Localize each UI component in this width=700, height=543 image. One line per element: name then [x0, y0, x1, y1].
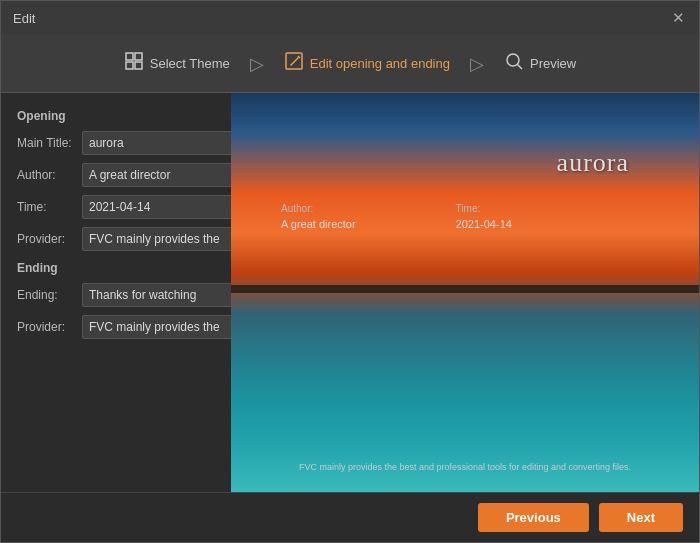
preview-author-val: A great director	[281, 218, 356, 230]
ending-input[interactable]	[82, 283, 231, 307]
preview-author-col: Author: A great director	[281, 203, 356, 230]
preview-time-key: Time:	[456, 203, 512, 214]
preview-background: aurora Author: A great director Time: 20…	[231, 93, 699, 492]
ending-row: Ending:	[17, 283, 215, 307]
provider-open-label: Provider:	[17, 232, 82, 246]
preview-title: aurora	[557, 148, 629, 178]
svg-rect-0	[126, 53, 133, 60]
provider-open-row: Provider:	[17, 227, 215, 251]
main-title-label: Main Title:	[17, 136, 82, 150]
svg-line-6	[517, 64, 522, 69]
time-row: Time:	[17, 195, 215, 219]
time-input[interactable]	[82, 195, 231, 219]
window-title: Edit	[13, 11, 669, 26]
step3-label: Preview	[530, 56, 576, 71]
preview-meta: Author: A great director Time: 2021-04-1…	[281, 203, 659, 230]
step2-edit[interactable]: Edit opening and ending	[272, 45, 462, 82]
opening-section-label: Opening	[17, 109, 215, 123]
author-input[interactable]	[82, 163, 231, 187]
left-panel: Opening Main Title: Author: Time: Provid…	[1, 93, 231, 492]
edit-window: Edit ✕ Select Theme ▷ Edit	[0, 0, 700, 543]
right-panel: aurora Author: A great director Time: 20…	[231, 93, 699, 492]
provider-end-input[interactable]	[82, 315, 231, 339]
preview-time-col: Time: 2021-04-14	[456, 203, 512, 230]
ending-label: Ending:	[17, 288, 82, 302]
main-title-row: Main Title:	[17, 131, 215, 155]
grid-icon	[124, 51, 144, 76]
previous-button[interactable]: Previous	[478, 503, 589, 532]
preview-overlay: aurora Author: A great director Time: 20…	[231, 93, 699, 492]
main-title-input[interactable]	[82, 131, 231, 155]
next-button[interactable]: Next	[599, 503, 683, 532]
preview-time-val: 2021-04-14	[456, 218, 512, 230]
svg-rect-3	[135, 62, 142, 69]
separator1: ▷	[250, 53, 264, 75]
step3-preview[interactable]: Preview	[492, 45, 588, 82]
close-button[interactable]: ✕	[669, 9, 687, 27]
svg-rect-1	[135, 53, 142, 60]
time-label: Time:	[17, 200, 82, 214]
preview-bottom-text: FVC mainly provides the best and profess…	[231, 462, 699, 472]
svg-rect-2	[126, 62, 133, 69]
step1-label: Select Theme	[150, 56, 230, 71]
toolbar: Select Theme ▷ Edit opening and ending ▷	[1, 35, 699, 93]
titlebar: Edit ✕	[1, 1, 699, 35]
provider-end-row: Provider:	[17, 315, 215, 339]
ending-section-label: Ending	[17, 261, 215, 275]
provider-end-label: Provider:	[17, 320, 82, 334]
provider-open-input[interactable]	[82, 227, 231, 251]
preview-icon	[504, 51, 524, 76]
footer: Previous Next	[1, 492, 699, 542]
separator2: ▷	[470, 53, 484, 75]
content-area: Opening Main Title: Author: Time: Provid…	[1, 93, 699, 492]
author-row: Author:	[17, 163, 215, 187]
preview-author-key: Author:	[281, 203, 356, 214]
edit-icon	[284, 51, 304, 76]
author-label: Author:	[17, 168, 82, 182]
step2-label: Edit opening and ending	[310, 56, 450, 71]
step1-select-theme[interactable]: Select Theme	[112, 45, 242, 82]
